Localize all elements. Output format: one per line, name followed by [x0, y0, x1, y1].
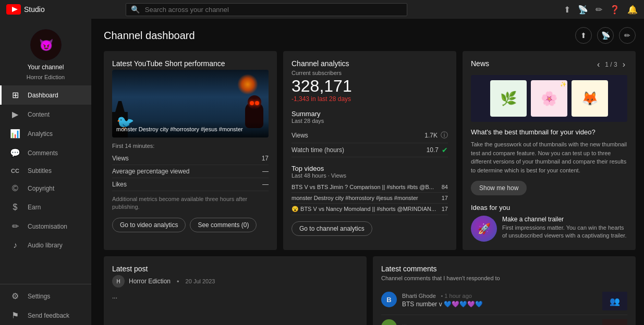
- comment-content-1: Bharti Ghode • 1 hour ago BTS number v 💙…: [402, 292, 597, 310]
- top-video-row-1: BTS V vs BTS Jimin ? Comparison || #shor…: [291, 182, 448, 193]
- top-video-row-3: 😮 BTS V vs Nancy Momoland || #shorts @MR…: [291, 204, 448, 215]
- main-content: Channel dashboard ⬆ 📡 ✏ Latest YouTube S…: [91, 19, 644, 325]
- sidebar-item-label: Settings: [28, 293, 50, 300]
- sidebar-item-settings[interactable]: ⚙ Settings: [0, 286, 91, 306]
- thumb-char-2: 🌸 ✨: [531, 80, 567, 117]
- comments-icon: 💬: [10, 148, 20, 158]
- sidebar-item-earn[interactable]: $ Earn: [0, 198, 91, 217]
- sidebar-item-label: Analytics: [28, 130, 53, 138]
- page-title: Channel dashboard: [104, 30, 195, 42]
- sidebar-item-comments[interactable]: 💬 Comments: [0, 143, 91, 162]
- analytics-icon: 📊: [10, 129, 20, 139]
- news-next-button[interactable]: ›: [621, 60, 627, 69]
- news-header: News ‹ 1 / 3 ›: [471, 59, 627, 70]
- comment-row-2: S ... ... 🎭: [381, 315, 627, 325]
- commenter-name-2: ...: [402, 320, 407, 325]
- comments-card-subtitle: Channel comments that I haven't responde…: [381, 275, 627, 281]
- idea-item-body: First impressions matter. You can win th…: [502, 224, 627, 240]
- sidebar-item-content[interactable]: ▶ Content: [0, 105, 91, 124]
- sidebar-item-label: Audio library: [28, 242, 63, 249]
- analytics-card-title: Channel analytics: [291, 59, 448, 68]
- page-title-actions: ⬆ 📡 ✏: [575, 27, 636, 44]
- top-videos-title: Top videos: [291, 165, 448, 172]
- post-meta: H Horror Ediction • 20 Jul 2023: [112, 275, 358, 288]
- sidebar-item-audio[interactable]: ♪ Audio library: [0, 236, 91, 255]
- news-prev-button[interactable]: ‹: [595, 60, 602, 69]
- help-icon[interactable]: ❓: [610, 5, 620, 15]
- avatar-image: 😈: [30, 29, 62, 60]
- see-comments-button[interactable]: See comments (0): [190, 218, 257, 232]
- latest-post-title: Latest post: [112, 265, 358, 273]
- create-post-button[interactable]: ✏: [619, 27, 636, 44]
- thumb-char-3: 🦊: [572, 80, 608, 117]
- create-icon[interactable]: ✏: [596, 5, 602, 15]
- info-icon: ⓘ: [441, 131, 448, 140]
- news-thumbnail: 🌿 🌸 ✨ 🦊: [471, 75, 627, 122]
- idea-item-title: Make a channel trailer: [502, 216, 627, 223]
- post-avatar: H: [112, 275, 125, 288]
- topbar-actions: ⬆ 📡 ✏ ❓ 🔔: [564, 5, 638, 15]
- top-videos-sub: Last 48 hours · Views: [291, 172, 448, 179]
- avatar: 😈: [30, 29, 62, 60]
- sidebar-item-analytics[interactable]: 📊 Analytics: [0, 124, 91, 143]
- metrics-label: First 14 minutes:: [112, 143, 269, 149]
- search-bar[interactable]: 🔍: [126, 3, 407, 16]
- sidebar-item-label: Comments: [28, 149, 58, 157]
- news-card-title: What's the best thumbnail for your video…: [471, 128, 627, 136]
- sidebar-item-label: Copyright: [28, 185, 54, 192]
- comment-thumbnail-1: 👥: [602, 292, 627, 310]
- upload-button[interactable]: ⬆: [575, 27, 592, 44]
- short-video-title: monster Destroy city #horrostory #jesus …: [116, 126, 264, 133]
- short-thumb-overlay: monster Destroy city #horrostory #jesus …: [112, 121, 269, 138]
- sidebar-item-subtitles[interactable]: CC Subtitles: [0, 162, 91, 179]
- news-body: Take the guesswork out of thumbnails wit…: [471, 140, 627, 174]
- comment-row-1: B Bharti Ghode • 1 hour ago BTS number v…: [381, 288, 627, 315]
- short-thumbnail: 🐦 monster Destroy city #horrostory #jesu…: [112, 70, 269, 138]
- show-me-how-button[interactable]: Show me how: [471, 181, 527, 195]
- comment-thumbnail-2: 🎭: [602, 319, 627, 325]
- earn-icon: $: [10, 203, 20, 212]
- logo[interactable]: Studio: [6, 4, 45, 15]
- idea-text: Make a channel trailer First impressions…: [502, 216, 627, 240]
- metric-note: Additional metrics become available thre…: [112, 195, 269, 211]
- live-icon[interactable]: 📡: [578, 5, 588, 15]
- summary-row-watchtime: Watch time (hours) 10.7 ✔: [291, 143, 448, 157]
- ideas-title: Ideas for you: [471, 204, 627, 211]
- dashboard-icon: ⊞: [10, 90, 20, 100]
- go-to-video-analytics-button[interactable]: Go to video analytics: [112, 218, 186, 232]
- news-card: News ‹ 1 / 3 › 🌿 🌸 ✨ 🦊 What's: [463, 51, 636, 250]
- latest-post-card: Latest post H Horror Ediction • 20 Jul 2…: [104, 256, 367, 325]
- metric-row-views: Views 17: [112, 152, 269, 165]
- sidebar-item-label: Subtitles: [28, 167, 52, 174]
- channel-info: 😈 Your channel Horror Ediction: [0, 23, 91, 85]
- sidebar-item-dashboard[interactable]: ⊞ Dashboard: [0, 85, 91, 105]
- sidebar-item-label: Dashboard: [28, 92, 58, 99]
- sidebar-item-label: Send feedback: [28, 312, 69, 319]
- go-to-channel-analytics-button[interactable]: Go to channel analytics: [291, 221, 372, 236]
- metric-row-likes: Likes —: [112, 178, 269, 191]
- sidebar-item-copyright[interactable]: © Copyright: [0, 179, 91, 198]
- commenter-avatar-2: S: [381, 319, 397, 325]
- commenter-name-1: Bharti Ghode: [402, 293, 436, 299]
- channel-name: Your channel: [28, 64, 64, 71]
- channel-handle: Horror Ediction: [27, 74, 65, 80]
- content-icon: ▶: [10, 109, 20, 119]
- page-header: Channel dashboard ⬆ 📡 ✏: [104, 27, 636, 44]
- search-input[interactable]: [126, 3, 407, 16]
- subscribers-label: Current subscribers: [291, 70, 448, 76]
- post-content: ...: [112, 292, 358, 301]
- audio-icon: ♪: [10, 241, 20, 250]
- layout: 😈 Your channel Horror Ediction ⊞ Dashboa…: [0, 0, 644, 325]
- sidebar-item-customisation[interactable]: ✏ Customisation: [0, 217, 91, 236]
- comment-content-2: ... ...: [402, 319, 597, 325]
- news-title: News: [471, 59, 489, 68]
- idea-icon: 🚀: [471, 216, 497, 242]
- feedback-icon: ⚑: [10, 310, 20, 320]
- upload-icon[interactable]: ⬆: [564, 5, 570, 15]
- sidebar-item-label: Content: [28, 111, 50, 118]
- sidebar-item-feedback[interactable]: ⚑ Send feedback: [0, 306, 91, 325]
- comments-card-title: Latest comments: [381, 265, 627, 273]
- go-live-button[interactable]: 📡: [597, 27, 614, 44]
- notification-icon[interactable]: 🔔: [627, 5, 638, 15]
- top-video-row-2: monster Destroy city #horrostory #jesus …: [291, 193, 448, 204]
